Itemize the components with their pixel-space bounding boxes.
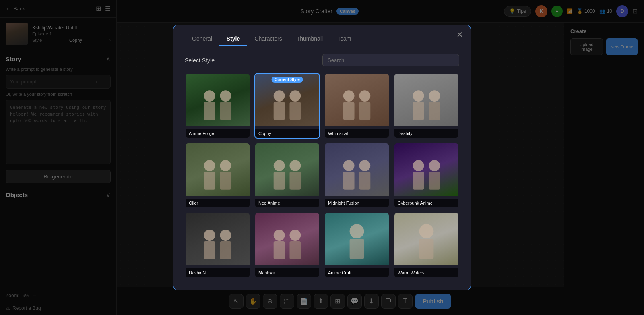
style-card-label-manhwa: Manhwa xyxy=(255,268,319,277)
svg-rect-35 xyxy=(220,241,231,259)
svg-point-26 xyxy=(359,160,370,171)
svg-point-16 xyxy=(204,160,215,171)
style-card-dashify[interactable]: Dashify xyxy=(394,73,459,139)
style-card-label-cyberpunk-anime: Cyberpunk Anime xyxy=(394,199,458,207)
style-card-label-neo-anime: Neo Anime xyxy=(255,199,319,207)
svg-rect-1 xyxy=(204,102,215,120)
modal-overlay: General Style Characters Thumbnail Team … xyxy=(0,0,644,315)
svg-point-32 xyxy=(204,230,215,241)
style-controls-row: Select Style xyxy=(185,54,459,66)
style-card-label-warm-waters: Warm Waters xyxy=(394,268,458,277)
modal-close-button[interactable]: ✕ xyxy=(456,31,463,39)
style-card-label-midnight-fusion: Midnight Fusion xyxy=(325,199,389,207)
current-style-badge: Current Style xyxy=(271,77,303,83)
svg-point-0 xyxy=(204,90,215,102)
svg-rect-29 xyxy=(413,172,424,190)
svg-point-24 xyxy=(343,160,355,171)
svg-point-40 xyxy=(350,224,364,238)
svg-point-2 xyxy=(220,90,231,102)
svg-point-8 xyxy=(343,90,355,102)
svg-point-42 xyxy=(419,224,434,238)
svg-point-34 xyxy=(220,230,231,241)
svg-point-12 xyxy=(413,90,424,102)
svg-point-10 xyxy=(359,90,370,102)
style-card-neo-anime[interactable]: Neo Anime xyxy=(254,143,320,208)
style-card-oiler[interactable]: Oiler xyxy=(185,143,250,208)
style-card-label-dashin: DashinN xyxy=(186,268,250,277)
tab-characters[interactable]: Characters xyxy=(247,32,289,46)
svg-point-18 xyxy=(220,160,231,171)
svg-rect-7 xyxy=(289,102,301,120)
svg-rect-19 xyxy=(220,172,231,190)
tab-general[interactable]: General xyxy=(185,32,219,46)
svg-rect-27 xyxy=(359,172,370,190)
svg-point-6 xyxy=(289,90,301,102)
svg-rect-21 xyxy=(274,172,285,190)
svg-rect-41 xyxy=(350,239,364,259)
style-card-label-anime-forge: Anime Forge xyxy=(186,129,250,138)
svg-point-22 xyxy=(289,160,301,171)
svg-point-14 xyxy=(429,90,440,102)
svg-point-4 xyxy=(274,90,285,102)
style-grid: Anime Forge Current StyleCophy Whimsical… xyxy=(185,73,459,278)
svg-rect-23 xyxy=(289,172,301,190)
svg-rect-11 xyxy=(359,102,370,120)
tab-team[interactable]: Team xyxy=(330,32,358,46)
svg-rect-33 xyxy=(204,241,215,259)
modal-tabs: General Style Characters Thumbnail Team xyxy=(173,25,471,46)
svg-rect-43 xyxy=(419,239,434,259)
style-card-midnight-fusion[interactable]: Midnight Fusion xyxy=(324,143,390,208)
style-card-label-cophy: Cophy xyxy=(255,129,319,138)
style-card-whimsical[interactable]: Whimsical xyxy=(324,73,390,139)
svg-rect-37 xyxy=(274,241,285,259)
svg-rect-25 xyxy=(343,172,355,190)
style-card-dashin[interactable]: DashinN xyxy=(185,212,250,278)
select-style-label: Select Style xyxy=(185,57,215,64)
svg-point-30 xyxy=(429,160,440,171)
style-search-input[interactable] xyxy=(322,54,459,66)
tab-thumbnail[interactable]: Thumbnail xyxy=(289,32,330,46)
svg-point-38 xyxy=(289,230,301,241)
svg-rect-9 xyxy=(343,102,355,120)
modal-body: Select Style Anime Forge Current StyleCo… xyxy=(173,46,471,278)
style-card-manhwa[interactable]: Manhwa xyxy=(254,212,320,278)
svg-point-20 xyxy=(274,160,285,171)
style-card-label-whimsical: Whimsical xyxy=(325,129,389,138)
svg-rect-15 xyxy=(429,102,440,120)
svg-rect-3 xyxy=(220,102,231,120)
style-modal: General Style Characters Thumbnail Team … xyxy=(173,25,471,290)
svg-rect-5 xyxy=(274,102,285,120)
style-card-label-oiler: Oiler xyxy=(186,199,250,207)
tab-style[interactable]: Style xyxy=(219,32,247,46)
style-card-cyberpunk-anime[interactable]: Cyberpunk Anime xyxy=(394,143,459,208)
style-card-anime-forge[interactable]: Anime Forge xyxy=(185,73,250,139)
style-card-cophy[interactable]: Current StyleCophy xyxy=(254,73,320,139)
svg-rect-17 xyxy=(204,172,215,190)
style-card-anime-craft[interactable]: Anime Craft xyxy=(324,212,390,278)
svg-point-28 xyxy=(413,160,424,171)
style-card-warm-waters[interactable]: Warm Waters xyxy=(394,212,459,278)
svg-rect-13 xyxy=(413,102,424,120)
svg-rect-39 xyxy=(289,241,301,259)
svg-point-36 xyxy=(274,230,285,241)
style-card-label-anime-craft: Anime Craft xyxy=(325,268,389,277)
style-card-label-dashify: Dashify xyxy=(394,129,458,138)
svg-rect-31 xyxy=(429,172,440,190)
